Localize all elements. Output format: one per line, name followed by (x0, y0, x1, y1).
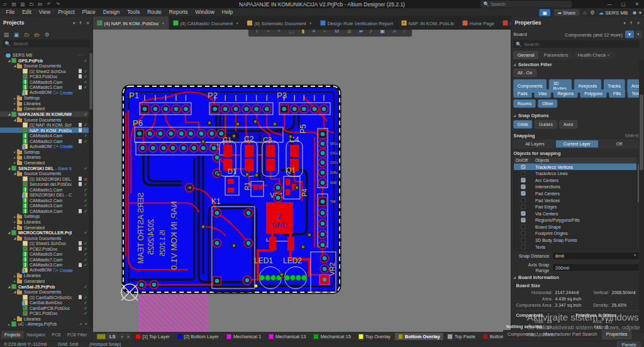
tree-item[interactable]: ◢Source Documents (0, 63, 89, 69)
snap-object-row[interactable]: Via Centers (514, 210, 636, 217)
snap-object-row[interactable]: Texts (514, 244, 636, 251)
panel-tab-navigator[interactable]: Navigator (23, 331, 48, 338)
tree-item[interactable]: ▸Libraries (0, 219, 89, 225)
account-badge[interactable]: ☁SERS MB (599, 9, 628, 16)
compile-icon[interactable]: ▣ (14, 31, 19, 38)
properties-tab-general[interactable]: General (513, 50, 540, 59)
doc-tab[interactable]: (4) NAP. IN KOM..PcbDoc▼ (93, 16, 169, 30)
panel-dropdown-icon[interactable]: ▾ (624, 21, 626, 26)
magnet-icon[interactable]: ⌁ (267, 30, 270, 36)
panel-pin-icon[interactable]: 🖈 (629, 21, 633, 26)
filter-rooms[interactable]: Rooms (514, 100, 536, 108)
checkbox[interactable] (521, 178, 526, 182)
global-search-input[interactable]: 🔍 Search (480, 1, 572, 8)
tree-item[interactable]: ▸Generated (0, 225, 89, 230)
snap-distance-select[interactable]: 8mil▼ (553, 252, 640, 260)
tree-item[interactable]: ◢Source Documents (0, 171, 89, 176)
checkbox[interactable] (521, 191, 526, 196)
tree-item[interactable]: ActiveBOMⓘ+ Create (0, 90, 89, 96)
select-icon[interactable]: ⬚ (289, 30, 294, 36)
checkbox[interactable] (521, 231, 526, 236)
layers-icon[interactable]: ≡ (313, 30, 316, 36)
tree-item[interactable]: CAMtastic7.Cam✓ (0, 257, 89, 263)
snap-object-row[interactable]: Track/Arcs Lines (514, 170, 636, 177)
doc-tab[interactable]: (4) CAMtastic! Document▼ (169, 16, 243, 30)
board-information-header[interactable]: Board Information (511, 275, 644, 280)
menu-place[interactable]: Place (79, 9, 99, 15)
properties-tab-health-check[interactable]: Health Check ✓ (573, 50, 616, 59)
filter-icon[interactable]: ▼ (625, 31, 634, 38)
tree-item[interactable]: ◢CanSat-25.PrjPcb✓ (0, 284, 89, 290)
tree-item[interactable]: PCB2.PcbDoc✓ (0, 246, 89, 252)
tree-item[interactable]: NAP. IN KOM..PcbDoc✓ (0, 128, 89, 134)
snapping-mode-all-layers[interactable]: All Layers (514, 140, 556, 148)
filter-vias[interactable]: Vias (534, 89, 550, 98)
filter-polygons[interactable]: Polygons (580, 89, 607, 98)
tree-item[interactable]: ▸Libraries (0, 273, 89, 278)
panel-tab-projects[interactable]: Projects (1, 331, 23, 338)
tree-item[interactable]: [1] SENZORSKI DEL.SchDoc⊘ (0, 176, 89, 182)
properties-scrollbar-thumb[interactable] (640, 94, 643, 170)
filter-pads[interactable]: Pads (514, 89, 532, 98)
tree-item[interactable]: ▸Generated (0, 160, 89, 166)
line-icon[interactable]: ∕ (404, 30, 405, 36)
tree-item[interactable]: CanSat.BomDoc✓ (0, 300, 89, 305)
tree-item[interactable]: CAMtastic3.Cam✓ (0, 262, 89, 268)
tree-item[interactable]: SENZORSKI DEL - CanSat.Bo✓ (0, 192, 89, 198)
filter-all-button[interactable]: All - On (514, 69, 536, 77)
panels-button[interactable]: Panels (617, 341, 641, 347)
selection-filter-header[interactable]: Selection Filter (511, 62, 644, 67)
measure-icon[interactable]: M (335, 30, 339, 36)
image-icon[interactable]: ▣ (380, 30, 385, 36)
menu-file[interactable]: File (3, 9, 18, 15)
tree-item[interactable]: ◢SENZORSKI DEL - Save to Server✓ (0, 165, 89, 171)
tree-item[interactable]: [1] Sheet1.SchDoc✓ (0, 241, 89, 246)
layer-tab[interactable]: Top Paste (445, 333, 479, 341)
checkbox[interactable] (521, 225, 526, 229)
layer-sets-button[interactable]: LS (107, 333, 118, 340)
text-icon[interactable]: A (392, 30, 396, 36)
tree-item[interactable]: ▸Libraries (0, 154, 89, 160)
create-link[interactable]: + Create (56, 90, 87, 95)
slice-icon[interactable]: ∕ (371, 30, 372, 36)
snap-object-row[interactable]: 3D Body Snap Points (514, 237, 636, 244)
tree-item[interactable]: CAMtastic2.Cam✓ (0, 139, 89, 144)
checkbox[interactable] (521, 171, 526, 176)
doc-tab[interactable]: (6) Schematic Document▼ (243, 16, 316, 30)
tree-item[interactable]: Senzorski del.PcbDoc✓ (0, 181, 89, 187)
tree-item[interactable]: ◢GPS.PrjPcb✓ (0, 58, 89, 64)
share-button[interactable]: ➦ Share (554, 9, 579, 16)
tree-item[interactable]: ▸Settings (0, 213, 89, 219)
panel-pin-icon[interactable]: 🖈 (79, 21, 83, 26)
tree-item[interactable]: ◢Source Documents (0, 289, 89, 295)
tree-scrollbar-thumb[interactable] (89, 53, 92, 110)
checkbox[interactable] (521, 164, 526, 169)
filter-icon[interactable]: T (255, 30, 258, 36)
menu-reports[interactable]: Reports (165, 9, 191, 15)
layer-tab[interactable]: Mechanical 1 (223, 333, 264, 341)
layer-tab[interactable]: [1] Top Layer (133, 333, 173, 341)
layer-tab[interactable]: Top Overlay (355, 333, 394, 341)
filter-regions[interactable]: Regions (553, 89, 578, 98)
properties-search-input[interactable]: 🔍Search (513, 40, 640, 48)
tree-item[interactable]: CAMtastic3.Cam✓ (0, 203, 89, 208)
panel-close-icon[interactable]: ✕ (86, 21, 90, 26)
checkbox[interactable] (521, 218, 526, 222)
tree-item[interactable]: CAMtastic1.Cam✓ (0, 187, 89, 193)
tree-item[interactable]: CAMtastic4.Cam✓ (0, 208, 89, 214)
checkbox[interactable] (521, 211, 526, 215)
close-button[interactable]: ✕ (630, 0, 644, 8)
tree-item[interactable]: ◢Source Documents (0, 236, 89, 241)
filter-dropdown-icon[interactable]: ▼ (635, 31, 642, 38)
checkbox[interactable] (521, 205, 526, 209)
gear-icon[interactable]: ⚙ (590, 9, 595, 16)
pcb-canvas[interactable]: 2GNDDVC+CVC+CVC+ZVR+GNDTABP1P2P3P6U1C1.C… (93, 30, 511, 332)
tree-item[interactable]: SERS MB··· (0, 52, 89, 58)
snap-object-row[interactable]: Pad Centers (514, 190, 636, 197)
layer-tab[interactable]: [2] Bottom Layer (174, 333, 222, 341)
tree-item[interactable]: ▸Generated (0, 278, 89, 284)
menu-route[interactable]: Route (144, 9, 165, 15)
tree-item[interactable]: CAMtastic4.Cam✓ (0, 133, 89, 139)
tree-item[interactable]: PCB3.PcbDoc✓ (0, 74, 89, 79)
tree-item[interactable]: ActiveBOMⓘ+ Create (0, 144, 89, 149)
